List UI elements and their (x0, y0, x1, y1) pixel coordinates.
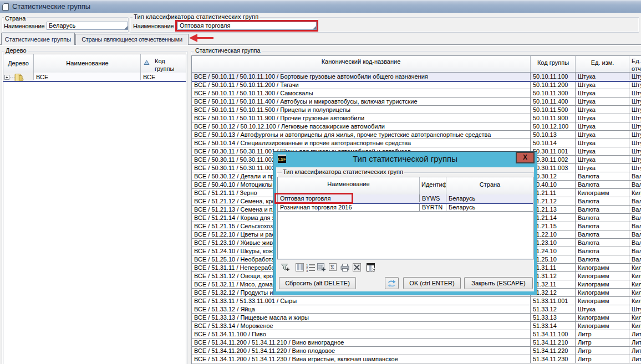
svg-text:Σ: Σ (330, 264, 334, 270)
svg-text:3: 3 (306, 269, 308, 273)
